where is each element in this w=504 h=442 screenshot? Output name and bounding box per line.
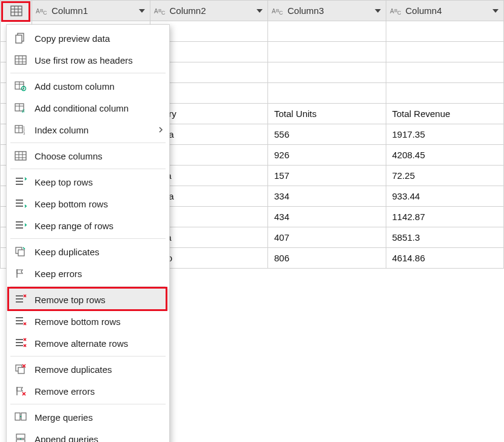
svg-rect-84: [15, 413, 20, 420]
data-cell[interactable]: 556: [268, 124, 386, 145]
filter-dropdown-icon[interactable]: [490, 5, 501, 16]
data-cell[interactable]: Total Revenue: [386, 104, 504, 124]
rows-top-keep-icon: [14, 175, 27, 189]
menu-item-choose-columns[interactable]: Choose columns: [7, 145, 169, 167]
data-cell[interactable]: 4208.45: [386, 145, 504, 166]
table-icon: [14, 53, 27, 67]
menu-item-label: Add conditional column: [35, 103, 163, 113]
menu-separator: [10, 169, 166, 169]
table-context-menu: Copy preview dataUse first row as header…: [6, 24, 170, 442]
svg-rect-43: [15, 152, 26, 160]
column-header-3[interactable]: ABC Column3: [268, 1, 386, 21]
table-cond-icon: ≠: [14, 101, 27, 115]
filter-dropdown-icon[interactable]: [254, 5, 265, 16]
svg-marker-20: [492, 9, 499, 13]
svg-text:≠: ≠: [22, 108, 25, 113]
data-cell[interactable]: [386, 21, 504, 42]
data-cell[interactable]: 72.25: [386, 166, 504, 186]
abc-type-icon: ABC: [154, 7, 166, 15]
svg-marker-12: [257, 9, 263, 13]
data-cell[interactable]: [268, 62, 386, 83]
data-cell[interactable]: 1917.35: [386, 124, 504, 145]
menu-item-remove-top-rows[interactable]: Remove top rows: [7, 289, 169, 310]
menu-item-remove-bottom-rows[interactable]: Remove bottom rows: [7, 310, 169, 332]
column-label: Column3: [287, 5, 369, 16]
menu-item-keep-duplicates[interactable]: Keep duplicates: [7, 241, 169, 263]
menu-item-label: Remove top rows: [35, 295, 163, 305]
svg-marker-16: [375, 9, 381, 13]
dup-keep-icon: [14, 245, 27, 258]
data-cell[interactable]: [386, 42, 504, 62]
menu-item-keep-top-rows[interactable]: Keep top rows: [7, 171, 169, 193]
menu-item-remove-duplicates[interactable]: Remove duplicates: [7, 358, 169, 380]
menu-item-label: Keep errors: [35, 269, 163, 279]
table-icon: [14, 149, 27, 162]
svg-text:3: 3: [23, 132, 25, 135]
filter-dropdown-icon[interactable]: [372, 5, 383, 16]
menu-item-label: Keep top rows: [35, 177, 163, 187]
svg-rect-22: [16, 35, 22, 43]
menu-separator: [10, 73, 166, 73]
menu-item-copy-preview[interactable]: Copy preview data: [7, 27, 169, 49]
data-cell[interactable]: 407: [268, 227, 386, 248]
flag-remove-icon: [14, 384, 27, 398]
menu-item-append-queries[interactable]: Append queries: [7, 428, 169, 442]
menu-item-first-row-headers[interactable]: Use first row as headers: [7, 49, 169, 71]
data-cell[interactable]: [268, 83, 386, 104]
header-row: ABC Column1 ABC Column2: [1, 1, 504, 21]
menu-item-label: Index column: [35, 125, 151, 135]
svg-rect-78: [18, 367, 24, 373]
copy-icon: [14, 32, 27, 45]
column-header-4[interactable]: ABC Column4: [386, 1, 504, 21]
column-header-2[interactable]: ABC Column2: [150, 1, 268, 21]
menu-item-index-column[interactable]: 123Index column: [7, 119, 169, 141]
data-cell[interactable]: Total Units: [268, 104, 386, 124]
flag-icon: [14, 267, 27, 280]
data-cell[interactable]: 434: [268, 207, 386, 227]
data-cell[interactable]: 5851.3: [386, 227, 504, 248]
data-cell[interactable]: 157: [268, 166, 386, 186]
data-cell[interactable]: [268, 21, 386, 42]
svg-rect-0: [11, 6, 22, 16]
menu-item-label: Copy preview data: [35, 33, 163, 44]
table-corner-cell[interactable]: [1, 1, 32, 21]
column-header-1[interactable]: ABC Column1: [32, 1, 150, 21]
rows-top-remove-icon: [14, 293, 27, 306]
filter-dropdown-icon[interactable]: [136, 5, 147, 16]
append-icon: [14, 432, 27, 442]
chevron-right-icon: [158, 126, 163, 133]
svg-text:A: A: [154, 8, 158, 15]
rows-alt-remove-icon: [14, 337, 27, 350]
menu-item-add-conditional[interactable]: ≠Add conditional column: [7, 97, 169, 119]
svg-marker-8: [139, 9, 145, 13]
abc-type-icon: ABC: [36, 7, 48, 15]
svg-rect-85: [21, 413, 26, 420]
menu-item-label: Use first row as headers: [35, 55, 163, 65]
menu-separator: [10, 356, 166, 357]
svg-rect-87: [16, 440, 25, 442]
data-cell[interactable]: [386, 62, 504, 83]
menu-item-add-custom-column[interactable]: Add custom column: [7, 75, 169, 97]
menu-separator: [10, 238, 166, 239]
menu-separator: [10, 404, 166, 404]
svg-rect-86: [16, 434, 25, 438]
data-cell[interactable]: 334: [268, 186, 386, 207]
menu-item-label: Remove duplicates: [35, 364, 163, 375]
menu-item-keep-range-rows[interactable]: Keep range of rows: [7, 215, 169, 236]
svg-text:C: C: [43, 10, 47, 15]
menu-item-keep-bottom-rows[interactable]: Keep bottom rows: [7, 193, 169, 215]
data-cell[interactable]: 926: [268, 145, 386, 166]
menu-item-remove-alternate[interactable]: Remove alternate rows: [7, 332, 169, 354]
menu-item-keep-errors[interactable]: Keep errors: [7, 263, 169, 284]
data-cell[interactable]: 1142.87: [386, 207, 504, 227]
data-cell[interactable]: 806: [268, 248, 386, 269]
column-label: Column1: [52, 5, 133, 16]
menu-separator: [10, 286, 166, 287]
data-cell[interactable]: [386, 83, 504, 104]
data-cell[interactable]: 4614.86: [386, 248, 504, 269]
menu-item-label: Append queries: [35, 434, 163, 443]
menu-item-merge-queries[interactable]: Merge queries: [7, 406, 169, 428]
menu-item-remove-errors[interactable]: Remove errors: [7, 380, 169, 402]
data-cell[interactable]: 933.44: [386, 186, 504, 207]
data-cell[interactable]: [268, 42, 386, 62]
